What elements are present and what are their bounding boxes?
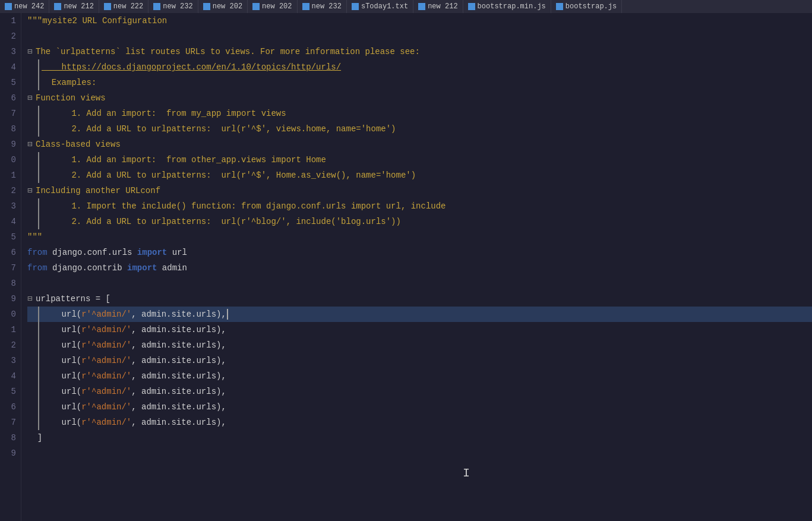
tab-icon — [5, 3, 12, 10]
tab-stoday[interactable]: sToday1.txt — [347, 0, 413, 13]
code-line-17: from django.contrib import admin — [27, 260, 812, 276]
tab-new232b[interactable]: new 232 — [298, 0, 347, 13]
code-line-10: 1. Add an import: from other_app.views i… — [27, 152, 812, 168]
code-line-4: https://docs.djangoproject.com/en/1.10/t… — [27, 59, 812, 75]
code-line-27: url(r'^admin/', admin.site.urls), — [27, 415, 812, 430]
tab-new212b[interactable]: new 212 — [413, 0, 463, 13]
code-line-15: """ — [27, 229, 812, 245]
code-line-22: url(r'^admin/', admin.site.urls), — [27, 337, 812, 353]
code-line-18 — [27, 276, 812, 291]
editor-container: 1 2 3 4 5 6 7 8 9 0 1 2 3 4 5 6 7 8 9 0 … — [0, 13, 812, 521]
code-line-26: url(r'^admin/', admin.site.urls), — [27, 399, 812, 415]
tab-icon — [104, 3, 111, 10]
fold-icon-12[interactable]: ⊟ — [27, 183, 36, 198]
fold-icon-3[interactable]: ⊟ — [27, 44, 36, 59]
code-line-3: ⊟ The `urlpatterns` list routes URLs to … — [27, 44, 812, 59]
fold-icon-9[interactable]: ⊟ — [27, 137, 36, 152]
tab-new222[interactable]: new 222 — [99, 0, 149, 13]
tab-icon — [468, 3, 475, 10]
tab-icon — [203, 3, 210, 10]
code-line-5: Examples: — [27, 75, 812, 90]
code-line-12: ⊟ Including another URLconf — [27, 183, 812, 198]
code-line-8: 2. Add a URL to urlpatterns: url(r'^$', … — [27, 121, 812, 137]
code-line-20: url(r'^admin/', admin.site.urls), — [27, 307, 812, 322]
tab-icon — [252, 3, 260, 10]
tab-icon — [54, 3, 61, 10]
tab-new212[interactable]: new 212 — [49, 0, 99, 13]
tab-new202a[interactable]: new 202 — [198, 0, 248, 13]
code-line-16: from django.conf.urls import url — [27, 245, 812, 260]
tab-new202b[interactable]: new 202 — [248, 0, 297, 13]
tab-icon — [302, 3, 309, 10]
code-line-14: 2. Add a URL to urlpatterns: url(r'^blog… — [27, 214, 812, 229]
fold-icon-19[interactable]: ⊟ — [27, 291, 36, 307]
code-line-21: url(r'^admin/', admin.site.urls), — [27, 322, 812, 337]
tab-new242[interactable]: new 242 — [0, 0, 49, 13]
mouse-cursor-indicator: I — [463, 466, 470, 481]
code-line-13: 1. Import the include() function: from d… — [27, 198, 812, 214]
tab-bootstrap[interactable]: bootstrap.js — [551, 0, 622, 13]
code-line-19: ⊟ urlpatterns = [ — [27, 291, 812, 307]
tab-icon — [352, 3, 359, 10]
line-numbers: 1 2 3 4 5 6 7 8 9 0 1 2 3 4 5 6 7 8 9 0 … — [0, 13, 21, 521]
code-line-1: """mysite2 URL Configuration — [27, 13, 812, 29]
tab-new232[interactable]: new 232 — [149, 0, 198, 13]
code-line-28: ] — [27, 430, 812, 446]
code-line-29 — [27, 446, 812, 461]
code-line-11: 2. Add a URL to urlpatterns: url(r'^$', … — [27, 168, 812, 183]
code-line-9: ⊟ Class-based views — [27, 137, 812, 152]
code-line-25: url(r'^admin/', admin.site.urls), — [27, 384, 812, 399]
text-cursor — [227, 309, 228, 320]
fold-icon-6[interactable]: ⊟ — [27, 90, 36, 106]
code-line-7: 1. Add an import: from my_app import vie… — [27, 106, 812, 121]
tab-bar: new 242 new 212 new 222 new 232 new 202 … — [0, 0, 812, 13]
code-line-24: url(r'^admin/', admin.site.urls), — [27, 368, 812, 384]
tab-icon — [153, 3, 160, 10]
tab-bootstrap-min[interactable]: bootstrap.min.js — [463, 0, 551, 13]
code-line-23: url(r'^admin/', admin.site.urls), — [27, 353, 812, 368]
tab-icon — [418, 3, 425, 10]
tab-icon — [556, 3, 563, 10]
code-line-6: ⊟ Function views — [27, 90, 812, 106]
code-editor[interactable]: """mysite2 URL Configuration ⊟ The `urlp… — [21, 13, 812, 521]
code-line-2 — [27, 29, 812, 44]
